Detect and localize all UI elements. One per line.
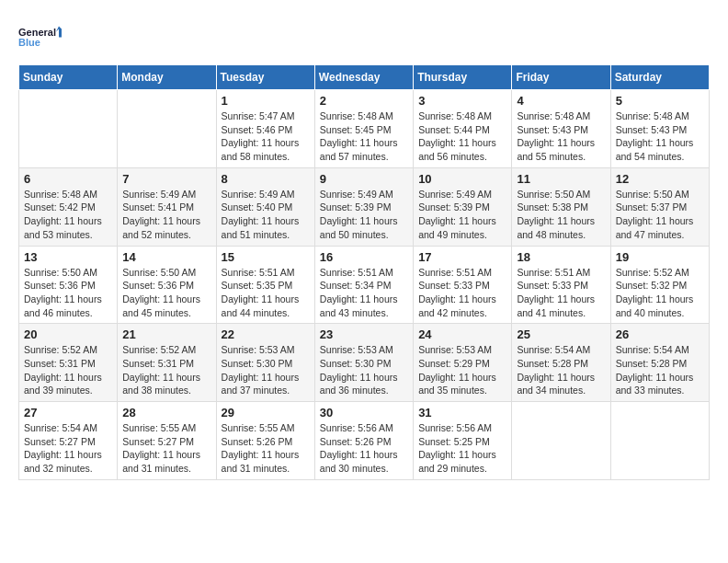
calendar-body: 1 Sunrise: 5:47 AMSunset: 5:46 PMDayligh… — [19, 90, 710, 480]
calendar-cell: 25 Sunrise: 5:54 AMSunset: 5:28 PMDaylig… — [512, 324, 610, 402]
calendar-cell: 1 Sunrise: 5:47 AMSunset: 5:46 PMDayligh… — [216, 90, 314, 168]
header-cell-friday: Friday — [512, 65, 610, 90]
cell-details: Sunrise: 5:55 AMSunset: 5:26 PMDaylight:… — [222, 422, 300, 474]
day-number: 6 — [24, 172, 112, 186]
cell-details: Sunrise: 5:51 AMSunset: 5:33 PMDaylight:… — [517, 267, 595, 318]
day-number: 15 — [222, 250, 310, 264]
day-number: 25 — [517, 327, 605, 341]
cell-details: Sunrise: 5:47 AMSunset: 5:46 PMDaylight:… — [222, 110, 300, 162]
cell-details: Sunrise: 5:53 AMSunset: 5:30 PMDaylight:… — [222, 344, 300, 396]
cell-details: Sunrise: 5:49 AMSunset: 5:40 PMDaylight:… — [222, 189, 300, 240]
calendar-cell: 5 Sunrise: 5:48 AMSunset: 5:43 PMDayligh… — [610, 90, 709, 168]
day-number: 12 — [616, 172, 704, 186]
week-row-1: 1 Sunrise: 5:47 AMSunset: 5:46 PMDayligh… — [19, 90, 710, 168]
cell-details: Sunrise: 5:48 AMSunset: 5:44 PMDaylight:… — [418, 110, 496, 162]
day-number: 20 — [24, 327, 112, 341]
calendar-cell — [19, 90, 118, 168]
calendar-cell — [118, 90, 216, 168]
calendar-cell: 17 Sunrise: 5:51 AMSunset: 5:33 PMDaylig… — [414, 246, 512, 324]
calendar-cell: 10 Sunrise: 5:49 AMSunset: 5:39 PMDaylig… — [414, 167, 512, 246]
day-number: 18 — [517, 250, 605, 264]
week-row-2: 6 Sunrise: 5:48 AMSunset: 5:42 PMDayligh… — [19, 167, 710, 246]
calendar-cell: 15 Sunrise: 5:51 AMSunset: 5:35 PMDaylig… — [216, 246, 314, 324]
cell-details: Sunrise: 5:52 AMSunset: 5:31 PMDaylight:… — [24, 344, 102, 396]
day-number: 29 — [222, 406, 310, 419]
cell-details: Sunrise: 5:48 AMSunset: 5:43 PMDaylight:… — [517, 110, 595, 162]
day-number: 1 — [222, 94, 310, 108]
calendar-cell: 23 Sunrise: 5:53 AMSunset: 5:30 PMDaylig… — [314, 324, 413, 402]
day-number: 7 — [122, 172, 210, 186]
cell-details: Sunrise: 5:53 AMSunset: 5:29 PMDaylight:… — [418, 344, 496, 396]
day-number: 17 — [418, 250, 506, 264]
cell-details: Sunrise: 5:48 AMSunset: 5:42 PMDaylight:… — [24, 189, 102, 240]
cell-details: Sunrise: 5:49 AMSunset: 5:39 PMDaylight:… — [418, 189, 496, 240]
cell-details: Sunrise: 5:50 AMSunset: 5:36 PMDaylight:… — [24, 267, 102, 318]
header-cell-saturday: Saturday — [610, 65, 709, 90]
calendar-cell: 2 Sunrise: 5:48 AMSunset: 5:45 PMDayligh… — [314, 90, 413, 168]
calendar-header: SundayMondayTuesdayWednesdayThursdayFrid… — [19, 65, 710, 90]
day-number: 19 — [616, 250, 704, 264]
day-number: 26 — [616, 327, 704, 341]
week-row-3: 13 Sunrise: 5:50 AMSunset: 5:36 PMDaylig… — [19, 246, 710, 324]
day-number: 28 — [122, 406, 210, 419]
calendar-cell: 16 Sunrise: 5:51 AMSunset: 5:34 PMDaylig… — [314, 246, 413, 324]
calendar-cell: 27 Sunrise: 5:54 AMSunset: 5:27 PMDaylig… — [19, 402, 118, 480]
day-number: 9 — [320, 172, 408, 186]
calendar-cell: 12 Sunrise: 5:50 AMSunset: 5:37 PMDaylig… — [610, 167, 709, 246]
header-cell-wednesday: Wednesday — [314, 65, 413, 90]
calendar-cell: 9 Sunrise: 5:49 AMSunset: 5:39 PMDayligh… — [314, 167, 413, 246]
day-number: 30 — [320, 406, 408, 419]
day-number: 10 — [418, 172, 506, 186]
day-number: 23 — [320, 327, 408, 341]
calendar-cell: 20 Sunrise: 5:52 AMSunset: 5:31 PMDaylig… — [19, 324, 118, 402]
cell-details: Sunrise: 5:53 AMSunset: 5:30 PMDaylight:… — [320, 344, 398, 396]
calendar-cell — [610, 402, 709, 480]
day-number: 22 — [222, 327, 310, 341]
logo-svg: General Blue — [18, 18, 64, 55]
cell-details: Sunrise: 5:51 AMSunset: 5:34 PMDaylight:… — [320, 267, 398, 318]
cell-details: Sunrise: 5:52 AMSunset: 5:31 PMDaylight:… — [122, 344, 200, 396]
day-number: 3 — [418, 94, 506, 108]
cell-details: Sunrise: 5:48 AMSunset: 5:43 PMDaylight:… — [616, 110, 694, 162]
header-row: SundayMondayTuesdayWednesdayThursdayFrid… — [19, 65, 710, 90]
cell-details: Sunrise: 5:50 AMSunset: 5:37 PMDaylight:… — [616, 189, 694, 240]
day-number: 2 — [320, 94, 408, 108]
cell-details: Sunrise: 5:49 AMSunset: 5:41 PMDaylight:… — [122, 189, 200, 240]
calendar-cell: 28 Sunrise: 5:55 AMSunset: 5:27 PMDaylig… — [118, 402, 216, 480]
cell-details: Sunrise: 5:51 AMSunset: 5:33 PMDaylight:… — [418, 267, 496, 318]
day-number: 14 — [122, 250, 210, 264]
week-row-5: 27 Sunrise: 5:54 AMSunset: 5:27 PMDaylig… — [19, 402, 710, 480]
calendar-cell: 13 Sunrise: 5:50 AMSunset: 5:36 PMDaylig… — [19, 246, 118, 324]
day-number: 16 — [320, 250, 408, 264]
page-header: General Blue — [18, 18, 710, 55]
day-number: 8 — [222, 172, 310, 186]
header-cell-tuesday: Tuesday — [216, 65, 314, 90]
cell-details: Sunrise: 5:56 AMSunset: 5:25 PMDaylight:… — [418, 422, 496, 474]
header-cell-monday: Monday — [118, 65, 216, 90]
day-number: 21 — [122, 327, 210, 341]
day-number: 27 — [24, 406, 112, 419]
calendar-cell: 21 Sunrise: 5:52 AMSunset: 5:31 PMDaylig… — [118, 324, 216, 402]
cell-details: Sunrise: 5:52 AMSunset: 5:32 PMDaylight:… — [616, 267, 694, 318]
cell-details: Sunrise: 5:50 AMSunset: 5:36 PMDaylight:… — [122, 267, 200, 318]
calendar-cell — [512, 402, 610, 480]
calendar-cell: 29 Sunrise: 5:55 AMSunset: 5:26 PMDaylig… — [216, 402, 314, 480]
cell-details: Sunrise: 5:49 AMSunset: 5:39 PMDaylight:… — [320, 189, 398, 240]
day-number: 31 — [418, 406, 506, 419]
cell-details: Sunrise: 5:56 AMSunset: 5:26 PMDaylight:… — [320, 422, 398, 474]
header-cell-sunday: Sunday — [19, 65, 118, 90]
calendar-cell: 11 Sunrise: 5:50 AMSunset: 5:38 PMDaylig… — [512, 167, 610, 246]
svg-marker-2 — [56, 27, 64, 38]
cell-details: Sunrise: 5:51 AMSunset: 5:35 PMDaylight:… — [222, 267, 300, 318]
calendar-cell: 8 Sunrise: 5:49 AMSunset: 5:40 PMDayligh… — [216, 167, 314, 246]
calendar-cell: 31 Sunrise: 5:56 AMSunset: 5:25 PMDaylig… — [414, 402, 512, 480]
calendar-cell: 3 Sunrise: 5:48 AMSunset: 5:44 PMDayligh… — [414, 90, 512, 168]
calendar-cell: 7 Sunrise: 5:49 AMSunset: 5:41 PMDayligh… — [118, 167, 216, 246]
calendar-cell: 14 Sunrise: 5:50 AMSunset: 5:36 PMDaylig… — [118, 246, 216, 324]
calendar-cell: 22 Sunrise: 5:53 AMSunset: 5:30 PMDaylig… — [216, 324, 314, 402]
header-cell-thursday: Thursday — [414, 65, 512, 90]
cell-details: Sunrise: 5:55 AMSunset: 5:27 PMDaylight:… — [122, 422, 200, 474]
calendar-table: SundayMondayTuesdayWednesdayThursdayFrid… — [18, 64, 710, 480]
calendar-cell: 6 Sunrise: 5:48 AMSunset: 5:42 PMDayligh… — [19, 167, 118, 246]
calendar-cell: 26 Sunrise: 5:54 AMSunset: 5:28 PMDaylig… — [610, 324, 709, 402]
